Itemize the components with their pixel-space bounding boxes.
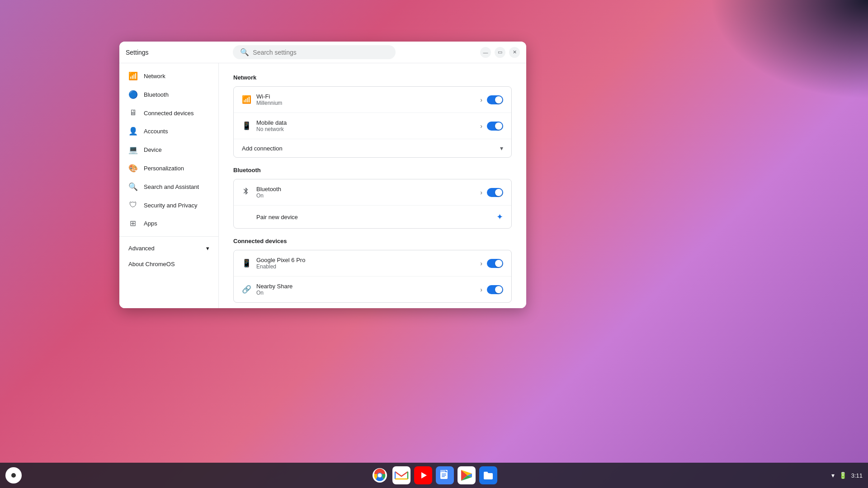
sidebar-item-personalization[interactable]: 🎨 Personalization [119, 159, 215, 178]
sidebar-item-connected-devices[interactable]: 🖥 Connected devices [119, 104, 215, 122]
pixel-sublabel: Enabled [256, 263, 480, 270]
wifi-row-icon: 📶 [242, 95, 256, 104]
pixel-icon: 📱 [242, 258, 256, 268]
docs-dock-icon[interactable] [435, 466, 454, 485]
add-connection-label: Add connection [242, 145, 283, 152]
svg-rect-8 [440, 470, 445, 472]
wifi-label: Wi-Fi [256, 93, 480, 100]
sidebar-item-network[interactable]: 📶 Network [119, 67, 215, 85]
connected-devices-card: 📱 Google Pixel 6 Pro Enabled › 🔗 Nearby … [233, 250, 512, 303]
sidebar-label-search-assistant: Search and Assistant [144, 183, 199, 190]
wifi-row[interactable]: 📶 Wi-Fi Millennium › [234, 87, 511, 113]
sidebar-label-accounts: Accounts [144, 128, 168, 135]
content-area: Network 📶 Wi-Fi Millennium › 📱 [219, 63, 526, 308]
window-controls: — ▭ ✕ [480, 47, 520, 58]
sidebar-item-search-assistant[interactable]: 🔍 Search and Assistant [119, 178, 215, 196]
minimize-button[interactable]: — [480, 47, 491, 58]
sidebar-item-bluetooth[interactable]: 🔵 Bluetooth [119, 85, 215, 104]
pixel-toggle[interactable] [487, 259, 503, 268]
network-card: 📶 Wi-Fi Millennium › 📱 Mobile data No ne… [233, 86, 512, 158]
chevron-down-icon: ▾ [206, 245, 209, 252]
maximize-button[interactable]: ▭ [495, 47, 505, 58]
search-icon: 🔍 [240, 48, 249, 56]
bluetooth-toggle[interactable] [487, 188, 503, 197]
sidebar-label-personalization: Personalization [144, 165, 184, 172]
title-bar: Settings 🔍 — ▭ ✕ [119, 42, 526, 63]
svg-point-2 [378, 474, 382, 478]
bluetooth-chevron-icon: › [480, 189, 482, 196]
devices-icon: 🖥 [128, 108, 137, 117]
wifi-sublabel: Millennium [256, 100, 480, 106]
bluetooth-row-right: › [480, 188, 503, 197]
clock: 3:11 [851, 472, 863, 479]
nearby-share-chevron-icon: › [480, 286, 482, 293]
svg-rect-9 [442, 474, 446, 474]
pair-row-right: ✦ [496, 212, 503, 222]
youtube-dock-icon[interactable] [414, 466, 433, 485]
shield-icon: 🛡 [128, 201, 137, 210]
nearby-share-icon: 🔗 [242, 285, 256, 294]
pixel-text: Google Pixel 6 Pro Enabled [256, 257, 480, 270]
title-bar-left: Settings [126, 49, 149, 56]
nearby-share-sublabel: On [256, 290, 480, 296]
nearby-share-label: Nearby Share [256, 283, 480, 290]
wifi-row-text: Wi-Fi Millennium [256, 93, 480, 106]
wifi-toggle[interactable] [487, 95, 503, 104]
sidebar-label-security-privacy: Security and Privacy [144, 202, 198, 209]
nearby-share-toggle[interactable] [487, 285, 503, 294]
wifi-icon: 📶 [128, 71, 137, 81]
wifi-chevron-icon: › [480, 96, 482, 103]
main-content: 📶 Network 🔵 Bluetooth 🖥 Connected device… [119, 63, 526, 308]
bluetooth-label: Bluetooth [256, 186, 480, 192]
pair-new-device-text: Pair new device [256, 214, 496, 221]
add-connection-row[interactable]: Add connection ▾ [234, 139, 511, 157]
mobile-data-row-right: › [480, 122, 503, 131]
svg-rect-11 [442, 476, 445, 477]
sidebar-item-apps[interactable]: ⊞ Apps [119, 214, 215, 233]
search-input-wrap: 🔍 [233, 45, 396, 59]
files-dock-icon[interactable] [479, 466, 498, 485]
bluetooth-row-icon [242, 187, 256, 197]
bluetooth-row-text: Bluetooth On [256, 186, 480, 199]
wifi-row-right: › [480, 95, 503, 104]
gmail-dock-icon[interactable] [392, 466, 411, 485]
sidebar-item-accounts[interactable]: 👤 Accounts [119, 122, 215, 141]
mobile-data-row[interactable]: 📱 Mobile data No network › [234, 113, 511, 139]
pair-new-device-label: Pair new device [256, 214, 496, 221]
add-connection-chevron-icon: ▾ [500, 145, 503, 152]
sidebar-item-security-privacy[interactable]: 🛡 Security and Privacy [119, 196, 215, 214]
advanced-label: Advanced [128, 245, 155, 252]
taskbar-dock [370, 466, 498, 485]
sidebar: 📶 Network 🔵 Bluetooth 🖥 Connected device… [119, 63, 219, 308]
sidebar-item-device[interactable]: 💻 Device [119, 141, 215, 159]
sidebar-label-bluetooth: Bluetooth [144, 91, 169, 98]
window-title: Settings [126, 49, 149, 56]
wifi-tray-icon: ▾ [831, 472, 835, 479]
battery-tray-icon: 🔋 [839, 472, 847, 479]
network-section-title: Network [233, 74, 512, 81]
bluetooth-icon: 🔵 [128, 90, 137, 99]
close-button[interactable]: ✕ [509, 47, 520, 58]
pair-new-device-row[interactable]: Pair new device ✦ [234, 206, 511, 228]
sidebar-advanced[interactable]: Advanced ▾ [119, 240, 218, 256]
mobile-data-text: Mobile data No network [256, 119, 480, 132]
search-input[interactable] [253, 49, 388, 56]
laptop-icon: 💻 [128, 145, 137, 155]
sidebar-label-connected-devices: Connected devices [144, 110, 194, 117]
sidebar-divider [119, 236, 218, 237]
sidebar-about-chromeos[interactable]: About ChromeOS [119, 256, 218, 272]
bt-add-icon: ✦ [496, 212, 503, 222]
settings-window: Settings 🔍 — ▭ ✕ 📶 Network 🔵 Bluetooth [119, 42, 526, 308]
connected-devices-section-title: Connected devices [233, 238, 512, 244]
launcher-button[interactable] [5, 467, 22, 483]
chrome-dock-icon[interactable] [370, 466, 389, 485]
bluetooth-row[interactable]: Bluetooth On › [234, 179, 511, 206]
nearby-share-row[interactable]: 🔗 Nearby Share On › [234, 277, 511, 302]
mobile-data-toggle[interactable] [487, 122, 503, 131]
taskbar: ▾ 🔋 3:11 [0, 463, 868, 488]
play-store-dock-icon[interactable] [457, 466, 476, 485]
mobile-data-sublabel: No network [256, 126, 480, 132]
pixel-row[interactable]: 📱 Google Pixel 6 Pro Enabled › [234, 250, 511, 277]
mobile-data-label: Mobile data [256, 119, 480, 126]
pixel-label: Google Pixel 6 Pro [256, 257, 480, 263]
